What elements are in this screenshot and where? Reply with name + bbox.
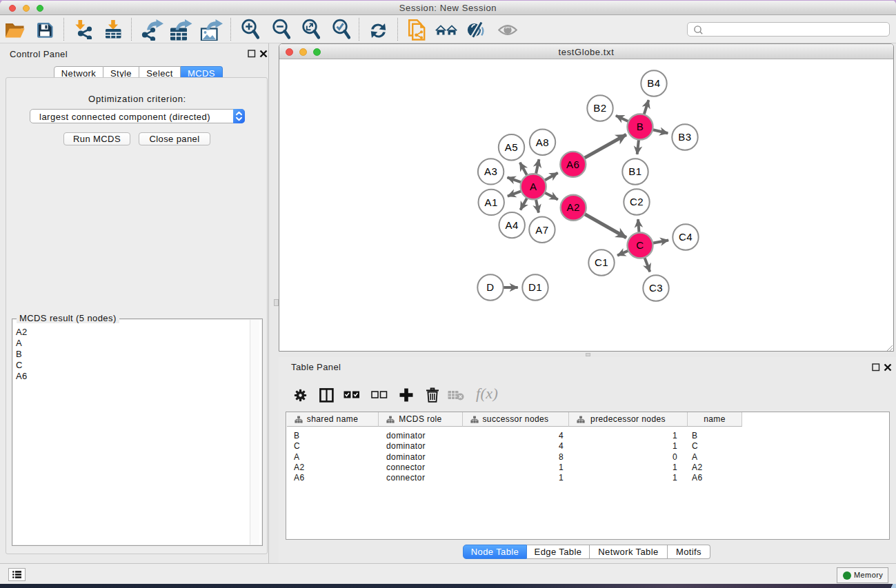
svg-text:A3: A3: [484, 165, 497, 177]
svg-text:D1: D1: [528, 281, 542, 293]
svg-text:C2: C2: [630, 196, 644, 207]
svg-text:A7: A7: [535, 224, 548, 236]
svg-text:B: B: [637, 121, 644, 132]
svg-text:B2: B2: [593, 102, 606, 114]
svg-text:A2: A2: [567, 201, 580, 213]
svg-text:A6: A6: [566, 159, 579, 170]
svg-text:B3: B3: [678, 131, 691, 143]
svg-text:C4: C4: [679, 231, 693, 243]
svg-text:D: D: [486, 281, 494, 293]
svg-text:B1: B1: [628, 165, 641, 177]
svg-text:A1: A1: [485, 196, 498, 208]
svg-text:C1: C1: [595, 256, 608, 268]
svg-text:A5: A5: [505, 141, 518, 153]
svg-text:A4: A4: [506, 219, 519, 231]
svg-text:A8: A8: [536, 136, 549, 148]
svg-text:A: A: [530, 181, 537, 192]
svg-text:C: C: [636, 239, 644, 251]
svg-text:C3: C3: [649, 282, 663, 294]
svg-text:B4: B4: [647, 77, 660, 89]
